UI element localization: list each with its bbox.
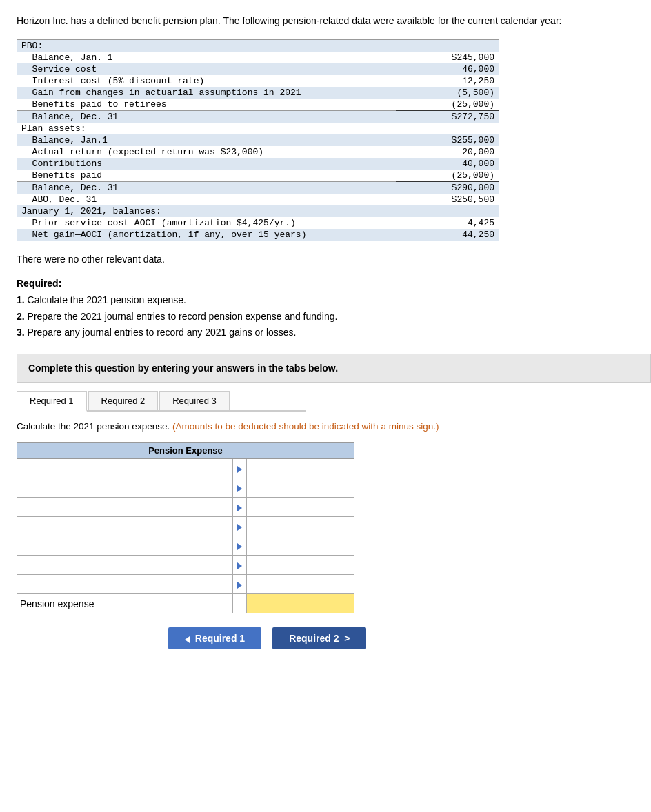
pbo-row: Net gain—AOCI (amortization, if any, ove… (17, 229, 499, 241)
required-item-text: Prepare the 2021 journal entries to reco… (25, 311, 338, 322)
pbo-row-label: ABO, Dec. 31 (17, 194, 396, 205)
pbo-row-label: Net gain—AOCI (amortization, if any, ove… (17, 229, 396, 241)
pension-row-value[interactable] (246, 498, 354, 517)
pension-row-label[interactable] (17, 498, 233, 517)
required-item-number: 2. (17, 311, 25, 322)
pension-row-value[interactable] (246, 575, 354, 594)
tab-2[interactable]: Required 2 (88, 391, 159, 410)
required-item: 2. Prepare the 2021 journal entries to r… (17, 309, 634, 325)
prev-button-label: Required 1 (195, 633, 245, 644)
pension-row-label[interactable] (17, 556, 233, 575)
prev-arrow-icon (185, 636, 190, 643)
pension-row-arrow-icon (232, 478, 246, 498)
pension-row-arrow-icon (232, 498, 246, 517)
pension-row-label[interactable] (17, 517, 233, 536)
pension-row-value[interactable] (246, 556, 354, 575)
pbo-row-label: Prior service cost—AOCI (amortization $4… (17, 217, 396, 229)
next-button-label: Required 2 (289, 633, 339, 644)
tab-1[interactable]: Required 1 (17, 391, 87, 412)
pbo-row: Balance, Dec. 31$272,750 (17, 111, 499, 123)
pension-data-row (17, 459, 354, 478)
pbo-row-value: 4,425 (396, 217, 499, 229)
pbo-row-label: Service cost (17, 63, 396, 75)
pbo-row: Service cost46,000 (17, 63, 499, 75)
pbo-row-value: $245,000 (396, 52, 499, 63)
pension-row-arrow-icon (232, 575, 246, 594)
pension-row-value[interactable] (246, 517, 354, 536)
pension-last-row: Pension expense (17, 594, 354, 613)
calc-instruction: Calculate the 2021 pension expense. (Amo… (17, 420, 651, 434)
pbo-data-table: PBO: Balance, Jan. 1$245,000 Service cos… (17, 39, 499, 241)
pbo-row: Actual return (expected return was $23,0… (17, 146, 499, 158)
pbo-row: Balance, Dec. 31$290,000 (17, 182, 499, 194)
pbo-row-value: 20,000 (396, 146, 499, 158)
pbo-row-label: PBO: (17, 40, 396, 52)
pension-row-value[interactable] (246, 478, 354, 498)
pension-expense-arrow (232, 594, 246, 613)
pbo-row-value: (25,000) (396, 170, 499, 182)
pbo-row: Prior service cost—AOCI (amortization $4… (17, 217, 499, 229)
pbo-row: Balance, Jan. 1$245,000 (17, 52, 499, 63)
pension-row-arrow-icon (232, 517, 246, 536)
pbo-row-value: $255,000 (396, 134, 499, 146)
no-other-text: There were no other relevant data. (17, 254, 634, 265)
pbo-row-label: Benefits paid (17, 170, 396, 182)
pbo-row-value: 12,250 (396, 75, 499, 87)
pbo-row: ABO, Dec. 31$250,500 (17, 194, 499, 205)
next-button[interactable]: Required 2 > (272, 627, 366, 649)
pbo-row: Plan assets: (17, 123, 499, 134)
pension-row-label[interactable] (17, 459, 233, 478)
pension-row-label[interactable] (17, 575, 233, 594)
tabs-container: Required 1Required 2Required 3 (17, 391, 306, 412)
pbo-row: Gain from changes in actuarial assumptio… (17, 87, 499, 99)
pension-row-label[interactable] (17, 478, 233, 498)
pbo-row-label: Balance, Jan.1 (17, 134, 396, 146)
pension-data-row (17, 498, 354, 517)
pension-expense-value[interactable] (246, 594, 354, 613)
calc-instruction-main: Calculate the 2021 pension expense. (17, 421, 170, 432)
pbo-row-label: January 1, 2021, balances: (17, 205, 396, 217)
pbo-row-label: Actual return (expected return was $23,0… (17, 146, 396, 158)
pbo-row-value (396, 205, 499, 217)
pbo-row-value: (5,500) (396, 87, 499, 99)
pbo-row: Balance, Jan.1$255,000 (17, 134, 499, 146)
pbo-row-value: $272,750 (396, 111, 499, 123)
nav-buttons: Required 1 Required 2 > (17, 627, 651, 649)
pension-table-header: Pension Expense (17, 443, 354, 459)
pension-data-row (17, 536, 354, 556)
pbo-row-value: 40,000 (396, 158, 499, 170)
required-item-number: 3. (17, 327, 25, 338)
required-item-text: Prepare any journal entries to record an… (25, 327, 297, 338)
pbo-row: Benefits paid(25,000) (17, 170, 499, 182)
pension-row-value[interactable] (246, 459, 354, 478)
pension-row-label[interactable] (17, 536, 233, 556)
pension-expense-label: Pension expense (17, 594, 233, 613)
pbo-row-label: Contributions (17, 158, 396, 170)
pension-data-row (17, 478, 354, 498)
pbo-row-label: Interest cost (5% discount rate) (17, 75, 396, 87)
prev-button[interactable]: Required 1 (168, 627, 261, 649)
tab-3[interactable]: Required 3 (159, 391, 230, 410)
pension-row-arrow-icon (232, 556, 246, 575)
pbo-row-value: $250,500 (396, 194, 499, 205)
pbo-row-value (396, 123, 499, 134)
pbo-row-label: Plan assets: (17, 123, 396, 134)
pension-data-row (17, 556, 354, 575)
required-section: Required: 1. Calculate the 2021 pension … (17, 276, 634, 341)
pension-data-row (17, 575, 354, 594)
pbo-row-label: Balance, Dec. 31 (17, 111, 396, 123)
pbo-row: January 1, 2021, balances: (17, 205, 499, 217)
pbo-row: Interest cost (5% discount rate)12,250 (17, 75, 499, 87)
pbo-row: Benefits paid to retirees(25,000) (17, 99, 499, 111)
pbo-row-value: $290,000 (396, 182, 499, 194)
pbo-row-value: (25,000) (396, 99, 499, 111)
next-arrow-icon: > (344, 633, 350, 644)
calc-instruction-orange: (Amounts to be deducted should be indica… (172, 421, 439, 432)
pbo-row-value: 46,000 (396, 63, 499, 75)
required-item-text: Calculate the 2021 pension expense. (25, 294, 186, 305)
tab-content: Calculate the 2021 pension expense. (Amo… (17, 412, 651, 649)
pbo-row-label: Benefits paid to retirees (17, 99, 396, 111)
pbo-row-label: Balance, Dec. 31 (17, 182, 396, 194)
pbo-row: PBO: (17, 40, 499, 52)
pension-row-value[interactable] (246, 536, 354, 556)
